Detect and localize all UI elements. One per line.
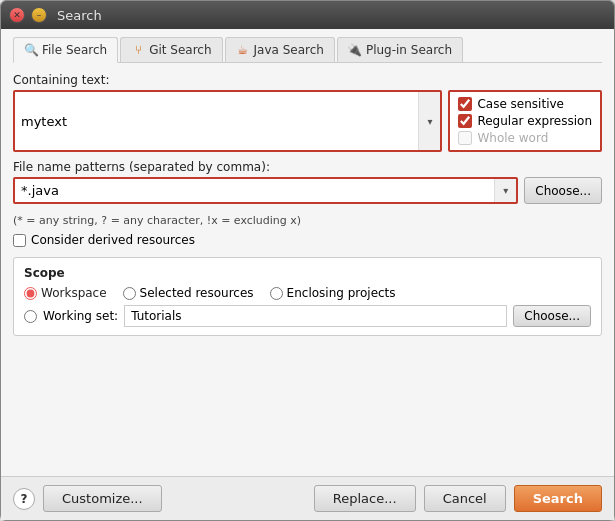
help-button[interactable]: ? [13,488,35,510]
regex-row: Regular expression [458,114,592,128]
choose-file-patterns-button[interactable]: Choose... [524,177,602,204]
tab-plugin-search[interactable]: 🔌 Plug-in Search [337,37,463,62]
scope-radio-row: Workspace Selected resources Enclosing p… [24,286,591,300]
containing-text-row: ▾ Case sensitive Regular expression Whol… [13,90,602,152]
case-sensitive-label: Case sensitive [477,97,564,111]
customize-button[interactable]: Customize... [43,485,162,512]
plugin-search-icon: 🔌 [348,43,362,57]
close-icon: ✕ [13,10,21,20]
cancel-button[interactable]: Cancel [424,485,506,512]
tab-java-search-label: Java Search [254,43,324,57]
scope-selected-label: Selected resources [140,286,254,300]
file-patterns-dropdown[interactable]: ▾ [494,179,516,202]
working-set-input[interactable] [124,305,507,327]
whole-word-label: Whole word [477,131,548,145]
window-title: Search [57,8,102,23]
tab-plugin-search-label: Plug-in Search [366,43,452,57]
options-panel: Case sensitive Regular expression Whole … [448,90,602,152]
minimize-button[interactable]: – [31,7,47,23]
containing-text-input[interactable] [15,92,418,150]
tab-git-search[interactable]: ⑂ Git Search [120,37,222,62]
scope-enclosing-radio[interactable] [270,287,283,300]
minimize-icon: – [37,10,42,20]
file-patterns-label: File name patterns (separated by comma): [13,160,602,174]
scope-workspace-radio[interactable] [24,287,37,300]
working-set-label: Working set: [43,309,118,323]
consider-derived-row: Consider derived resources [13,233,602,247]
java-search-icon: ☕ [236,43,250,57]
hint-text: (* = any string, ? = any character, !x =… [13,214,602,227]
whole-word-row: Whole word [458,131,592,145]
containing-text-label: Containing text: [13,73,602,87]
file-patterns-section: File name patterns (separated by comma):… [13,160,602,204]
scope-workspace-label: Workspace [41,286,107,300]
tab-file-search[interactable]: 🔍 File Search [13,37,118,63]
scope-section: Scope Workspace Selected resources Enclo… [13,257,602,336]
search-dialog: ✕ – Search 🔍 File Search ⑂ Git Search ☕ … [0,0,615,521]
search-button[interactable]: Search [514,485,602,512]
choose-working-set-button[interactable]: Choose... [513,305,591,327]
dialog-content: 🔍 File Search ⑂ Git Search ☕ Java Search… [1,29,614,476]
git-search-icon: ⑂ [131,43,145,57]
tab-java-search[interactable]: ☕ Java Search [225,37,335,62]
scope-working-set-radio[interactable] [24,310,37,323]
consider-derived-checkbox[interactable] [13,234,26,247]
file-search-icon: 🔍 [24,43,38,57]
tab-git-search-label: Git Search [149,43,211,57]
consider-derived-label: Consider derived resources [31,233,195,247]
regex-checkbox[interactable] [458,114,472,128]
containing-text-section: Containing text: ▾ Case sensitive Regula… [13,73,602,152]
tab-file-search-label: File Search [42,43,107,57]
working-set-row: Working set: Choose... [24,305,591,327]
scope-enclosing-label: Enclosing projects [287,286,396,300]
bottom-bar: ? Customize... Replace... Cancel Search [1,476,614,520]
case-sensitive-row: Case sensitive [458,97,592,111]
close-button[interactable]: ✕ [9,7,25,23]
scope-workspace-item: Workspace [24,286,107,300]
scope-title: Scope [24,266,591,280]
replace-button[interactable]: Replace... [314,485,416,512]
whole-word-checkbox[interactable] [458,131,472,145]
containing-text-input-wrap: ▾ [13,90,442,152]
containing-text-dropdown[interactable]: ▾ [418,92,440,150]
scope-selected-radio[interactable] [123,287,136,300]
scope-enclosing-item: Enclosing projects [270,286,396,300]
titlebar: ✕ – Search [1,1,614,29]
file-patterns-input-wrap: ▾ [13,177,518,204]
case-sensitive-checkbox[interactable] [458,97,472,111]
file-patterns-input[interactable] [15,179,494,202]
regex-label: Regular expression [477,114,592,128]
tab-bar: 🔍 File Search ⑂ Git Search ☕ Java Search… [13,37,602,63]
file-patterns-row: ▾ Choose... [13,177,602,204]
scope-selected-item: Selected resources [123,286,254,300]
